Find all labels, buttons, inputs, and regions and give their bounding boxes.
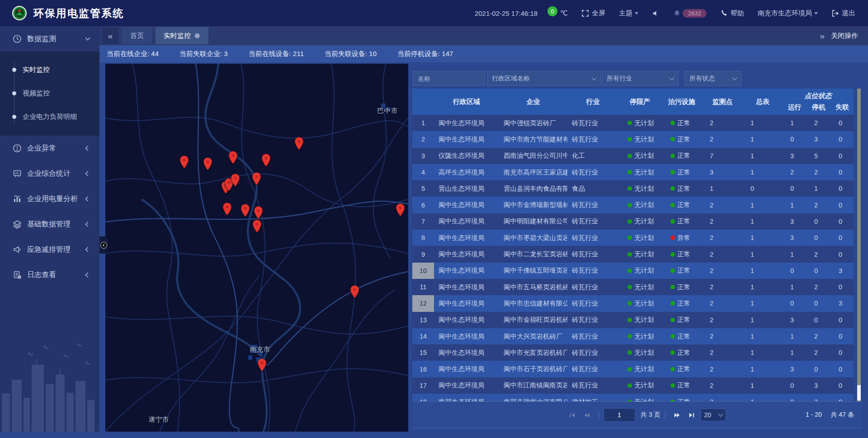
help-button[interactable]: 帮助 (720, 9, 744, 18)
sidebar-item[interactable]: 数据监测 (0, 26, 99, 52)
map-pin-icon[interactable] (222, 203, 232, 216)
status-filter-select[interactable]: 所有状态 (684, 71, 741, 86)
table-row[interactable]: 13阆中生态环境局阆中市金福旺页岩机砖砖瓦行业无计划正常21300 (412, 312, 854, 328)
map-pin-icon[interactable] (252, 220, 262, 233)
row-number: 5 (412, 180, 434, 197)
table-row[interactable]: 10阆中生态环境局阆中千佛镇五郎垭页岩砖瓦行业无计划正常21003 (412, 263, 854, 279)
table-scrollbar[interactable] (857, 89, 861, 401)
map-pin-icon[interactable] (350, 285, 359, 298)
cell-stopped: 0 (807, 361, 831, 377)
table-row[interactable]: 12阆中生态环境局阆中市忠信建材有限公砖瓦行业无计划正常21003 (412, 295, 854, 311)
cell-industry: 砖瓦行业 (567, 230, 618, 246)
page-number-input[interactable] (604, 408, 635, 422)
total-records-label: 共 47 条 (831, 411, 854, 418)
map-pin-icon[interactable] (228, 151, 238, 164)
table-row[interactable]: 17阆中生态环境局阆中市江南镇阆南页岩砖瓦行业无计划正常21030 (412, 377, 854, 394)
stats-bar: 当前在线企业: 44当前失联企业: 3当前在线设备: 211当前失联设备: 10… (99, 45, 868, 62)
bell-icon (673, 9, 681, 17)
map-pin-icon[interactable] (231, 174, 240, 187)
last-page-button[interactable] (687, 410, 697, 420)
table-row[interactable]: 11阆中生态环境局阆中市五马桥页岩机砖砖瓦行业无计划正常21120 (412, 279, 854, 295)
table-row[interactable]: 1阆中生态环境局阆中强锐页岩砖厂砖瓦行业无计划正常21120 (412, 115, 854, 131)
sidebar-item[interactable]: 基础数据管理 (0, 212, 99, 237)
table-row[interactable]: 16阆中生态环境局阆中市石子页岩机砖厂砖瓦行业无计划正常21300 (412, 361, 854, 377)
cell-stopped: 0 (807, 263, 831, 279)
header-point-status-group: 点位状态 运行 停机 失联 (783, 89, 854, 115)
sidebar-item[interactable]: 日志查看 (0, 262, 99, 287)
cell-master-meter: 1 (743, 148, 783, 164)
submenu-item[interactable]: 视频监控 (0, 81, 99, 105)
close-tab-icon[interactable]: ⊗ (194, 32, 200, 40)
map-pin-icon[interactable] (252, 172, 261, 185)
submenu-item[interactable]: 企业电力负荷明细 (0, 105, 99, 128)
sidebar-item[interactable]: 企业异常 (0, 136, 99, 161)
org-dropdown[interactable]: 南充市生态环境局 (758, 9, 818, 18)
table-row[interactable]: 3仪陇生态环境局西南油气田分公司川中化工无计划正常71350 (412, 148, 854, 164)
name-filter-input[interactable] (413, 71, 485, 86)
map-pin-icon[interactable] (396, 203, 405, 217)
tab-realtime-monitoring[interactable]: 实时监控 ⊗ (156, 27, 208, 44)
cell-stopped: 2 (807, 279, 831, 295)
cell-running: 1 (783, 115, 807, 131)
row-number: 1 (412, 115, 434, 131)
cell-monitor-points: 2 (702, 279, 743, 295)
next-page-button[interactable] (672, 410, 682, 420)
table-row[interactable]: 6阆中生态环境局阆中市金博瑞新型墙材砖瓦行业无计划正常21120 (412, 197, 854, 213)
temperature-unit: ℃ (560, 9, 568, 17)
map-pin-icon[interactable] (294, 137, 304, 150)
submenu-item[interactable]: 实时监控 (0, 58, 99, 81)
map-pin-icon[interactable] (179, 155, 189, 169)
map-pin-icon[interactable] (257, 358, 267, 372)
chevron-left-icon (85, 272, 90, 277)
stats-bubble-icon (13, 169, 22, 178)
first-page-button[interactable] (567, 410, 577, 420)
table-row[interactable]: 14阆中生态环境局阆中大兴页岩机砖厂砖瓦行业无计划正常21120 (412, 328, 854, 344)
cell-region: 阆中生态环境局 (434, 344, 499, 361)
map-pin-icon[interactable] (203, 157, 212, 170)
sidebar-item[interactable]: 企业用电量分析 (0, 186, 99, 212)
search-input[interactable] (418, 75, 480, 82)
previous-page-button[interactable] (582, 410, 592, 420)
skyline-watermark (0, 337, 99, 432)
table-row[interactable]: 5营山生态环境局营山县润丰肉食品有限食品无计划正常10010 (412, 180, 854, 197)
theme-dropdown[interactable]: 主题 (619, 9, 638, 18)
cell-limit-status: 无计划 (618, 230, 661, 246)
sound-toggle[interactable] (652, 9, 660, 17)
notifications[interactable]: 2632 (673, 9, 707, 18)
close-operations-button[interactable]: 关闭操作 (831, 32, 858, 40)
logout-button[interactable]: 退出 (831, 9, 855, 18)
table-row[interactable]: 2阆中生态环境局阆中市南方节能建材有砖瓦行业无计划正常21030 (412, 131, 854, 147)
table-row[interactable]: 15阆中生态环境局阆中市光富页岩机砖厂砖瓦行业无计划正常21120 (412, 344, 854, 361)
status-dot-icon (670, 235, 675, 240)
page-size-select[interactable]: 20 (701, 409, 726, 421)
cell-master-meter: 1 (743, 131, 783, 147)
map[interactable]: 巴中市南充市遂宁市 (105, 64, 408, 432)
table-row[interactable]: 4高坪生态环境局南充市高坪区王家店建砖瓦行业无计划正常31220 (412, 164, 854, 180)
tab-home[interactable]: 首页 (122, 27, 152, 44)
tabs-scroll-left-button[interactable]: « (102, 27, 118, 44)
table-row[interactable]: 9阆中生态环境局阆中市二龙长宝页岩砖砖瓦行业无计划正常21120 (412, 246, 854, 262)
logout-label: 退出 (842, 9, 855, 18)
sidebar-item[interactable]: 企业综合统计 (0, 161, 99, 186)
fullscreen-button[interactable]: 全屏 (581, 9, 605, 18)
sidebar-item[interactable]: 应急减排管理 (0, 237, 99, 262)
sidebar-item-label: 企业用电量分析 (27, 194, 86, 204)
scrollbar-thumb[interactable] (857, 385, 861, 400)
map-pin-icon[interactable] (261, 154, 271, 167)
table-row[interactable]: 8阆中生态环境局阆中市枣碧大梁山页岩砖瓦行业无计划异常21300 (412, 230, 854, 246)
header-disconnected: 失联 (831, 103, 854, 112)
pager-controls: 共 3 页 20 (565, 408, 726, 422)
region-filter-select[interactable]: 行政区域名称 (487, 71, 601, 86)
chevron-down-icon (732, 75, 737, 80)
cell-monitor-points: 2 (702, 295, 743, 311)
sidebar-collapse-handle[interactable] (99, 236, 108, 254)
cell-monitor-points: 2 (702, 377, 743, 394)
cell-stopped: 3 (807, 377, 831, 394)
map-pin-icon[interactable] (241, 204, 250, 217)
table-row[interactable]: 7阆中生态环境局阆中明阳建材有限公司砖瓦行业无计划正常21300 (412, 213, 854, 230)
table-row[interactable]: 18南部生态环境局南部县瑞华水泥有限公建材加工无计划正常21030 (412, 394, 854, 401)
double-chevron-right-icon[interactable]: » (820, 32, 825, 40)
map-pin-icon[interactable] (254, 206, 263, 219)
row-number: 17 (412, 377, 434, 394)
industry-filter-select[interactable]: 所有行业 (602, 71, 679, 86)
